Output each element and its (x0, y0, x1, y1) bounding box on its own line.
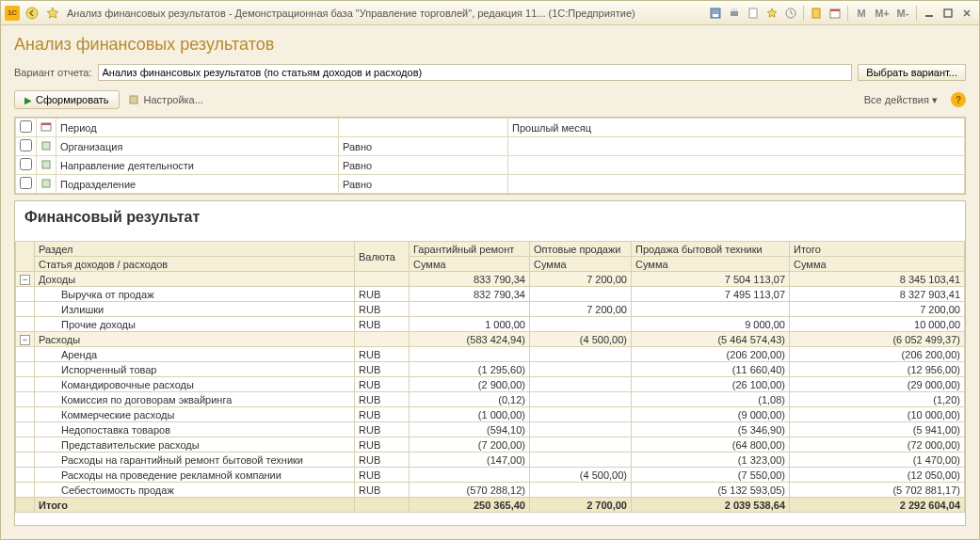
svg-point-0 (26, 8, 38, 19)
filters-panel: ПериодПрошлый месяцОрганизацияРавноНапра… (14, 117, 966, 195)
row-v4: (10 000,00) (790, 407, 965, 422)
filter-value[interactable] (508, 175, 965, 194)
row-v2: 2 700,00 (530, 498, 632, 513)
variant-label: Вариант отчета: (14, 67, 92, 78)
choose-variant-button[interactable]: Выбрать вариант... (858, 64, 966, 81)
table-row[interactable]: Испорченный товарRUB(1 295,60)(11 660,40… (16, 362, 965, 377)
table-row[interactable]: Себестоимость продажRUB(570 288,12)(5 13… (16, 483, 965, 498)
filter-checkbox[interactable] (20, 139, 32, 151)
row-v3: (206 200,00) (632, 347, 790, 362)
star-icon[interactable] (44, 5, 61, 22)
maximize-icon[interactable] (940, 5, 956, 22)
table-row[interactable]: Итого250 365,402 700,002 039 538,642 292… (16, 498, 965, 513)
svg-rect-4 (731, 8, 737, 11)
row-v2 (530, 287, 632, 302)
table-row[interactable]: Расходы на гарантийный ремонт бытовой те… (16, 453, 965, 468)
row-v3: (5 132 593,05) (632, 483, 790, 498)
row-v4: 8 327 903,41 (790, 287, 965, 302)
table-row[interactable]: Представительские расходыRUB(7 200,00)(6… (16, 437, 965, 453)
filter-value[interactable] (508, 156, 965, 175)
form-button-label: Сформировать (36, 94, 109, 105)
table-row[interactable]: ИзлишкиRUB7 200,007 200,00 (16, 302, 965, 317)
row-v4: (206 200,00) (790, 347, 965, 362)
minimize-icon[interactable] (921, 5, 938, 22)
fav-icon[interactable] (763, 5, 780, 22)
filter-comp[interactable]: Равно (339, 175, 508, 194)
table-row[interactable]: Расходы на проведение рекламной компании… (16, 468, 965, 483)
variant-input[interactable] (98, 64, 853, 81)
row-v3: (7 550,00) (632, 468, 790, 483)
history-icon[interactable] (782, 5, 799, 22)
row-currency: RUB (355, 392, 410, 407)
table-row[interactable]: АрендаRUB(206 200,00)(206 200,00) (16, 347, 965, 362)
filter-value[interactable] (508, 137, 965, 156)
row-v2 (530, 483, 632, 498)
calc-icon[interactable] (808, 5, 825, 22)
filter-checkbox[interactable] (20, 120, 32, 133)
setup-link[interactable]: Настройка... (127, 93, 203, 106)
report-area[interactable]: Финансовый результат Раздел Валюта Гаран… (14, 200, 966, 526)
table-row[interactable]: −Доходы833 790,347 200,007 504 113,078 3… (16, 272, 965, 287)
doc-icon[interactable] (745, 5, 762, 22)
report-table: Раздел Валюта Гарантийный ремонт Оптовые… (15, 241, 965, 513)
m-minus-button[interactable]: M- (893, 8, 912, 19)
collapse-icon[interactable]: − (20, 335, 30, 345)
m-plus-button[interactable]: M+ (873, 8, 892, 19)
app-logo-icon: 1C (5, 6, 20, 21)
filter-name: Период (56, 119, 339, 137)
save-icon[interactable] (707, 5, 724, 22)
row-currency: RUB (355, 362, 410, 377)
filter-comp[interactable] (339, 119, 508, 137)
row-label: Расходы (35, 332, 355, 347)
row-v1: (0,12) (410, 392, 530, 407)
filter-value[interactable]: Прошлый месяц (508, 119, 965, 137)
col-c1: Гарантийный ремонт (410, 242, 530, 257)
col-sum2: Сумма (530, 257, 632, 272)
table-row[interactable]: Коммерческие расходыRUB(1 000,00)(9 000,… (16, 407, 965, 422)
row-v1: 1 000,00 (410, 317, 530, 332)
filter-icon (37, 137, 56, 156)
table-row[interactable]: Комиссия по договорам эквайрингаRUB(0,12… (16, 392, 965, 407)
table-row[interactable]: Прочие доходыRUB1 000,009 000,0010 000,0… (16, 317, 965, 332)
svg-rect-7 (812, 8, 820, 18)
filter-comp[interactable]: Равно (339, 137, 508, 156)
row-v3: 7 504 113,07 (632, 272, 790, 287)
row-v1: (1 000,00) (410, 407, 530, 422)
row-label: Излишки (35, 302, 355, 317)
table-row[interactable]: Выручка от продажRUB832 790,347 495 113,… (16, 287, 965, 302)
back-icon[interactable] (24, 5, 40, 22)
filter-comp[interactable]: Равно (339, 156, 508, 175)
filter-checkbox[interactable] (20, 158, 32, 170)
row-v2 (530, 362, 632, 377)
collapse-icon[interactable]: − (20, 275, 30, 285)
titlebar: 1C Анализ финансовых результатов - Демон… (1, 1, 979, 25)
filter-icon (37, 156, 56, 175)
setup-link-label: Настройка... (144, 94, 203, 105)
row-v2 (530, 437, 632, 453)
filter-icon (37, 175, 56, 194)
table-row[interactable]: Командировочные расходыRUB(2 900,00)(26 … (16, 377, 965, 392)
col-sum4: Сумма (790, 257, 965, 272)
row-label: Расходы на гарантийный ремонт бытовой те… (35, 453, 355, 468)
help-icon[interactable]: ? (951, 92, 966, 107)
calendar-icon[interactable] (827, 5, 843, 22)
table-row[interactable]: Недопоставка товаровRUB(594,10)(5 346,90… (16, 422, 965, 437)
row-label: Недопоставка товаров (35, 422, 355, 437)
form-button[interactable]: ▶ Сформировать (14, 90, 120, 109)
svg-rect-10 (925, 15, 933, 17)
close-icon[interactable] (958, 5, 975, 22)
gear-icon (127, 93, 140, 106)
row-currency: RUB (355, 377, 410, 392)
row-v2 (530, 347, 632, 362)
row-v2 (530, 317, 632, 332)
m-button[interactable]: M (852, 8, 871, 19)
row-label: Итого (35, 498, 355, 513)
print-icon[interactable] (726, 5, 743, 22)
report-title: Финансовый результат (15, 201, 965, 241)
col-c3: Продажа бытовой техники (632, 242, 790, 257)
table-row[interactable]: −Расходы(583 424,94)(4 500,00)(5 464 574… (16, 332, 965, 347)
row-v3: (9 000,00) (632, 407, 790, 422)
row-v2 (530, 407, 632, 422)
filter-checkbox[interactable] (20, 177, 32, 189)
all-actions-link[interactable]: Все действия ▾ (864, 94, 938, 106)
